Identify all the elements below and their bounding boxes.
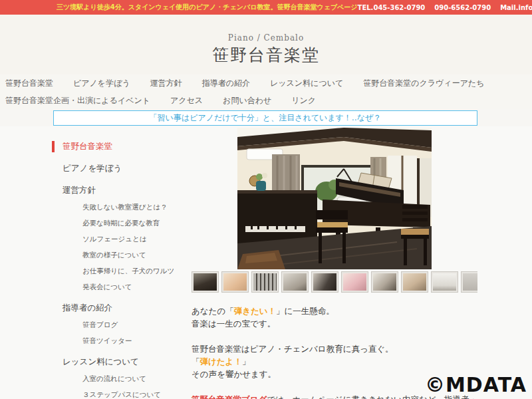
thumbnail-image <box>194 273 217 291</box>
p2-line1: 笹野台音楽堂はピアノ・チェンバロ教育に真っ直ぐ。 <box>192 344 394 354</box>
main-content: あなたの「弾きたい！」に一生懸命。 音楽は一生の宝です。 笹野台音楽堂はピアノ・… <box>192 128 477 399</box>
nav-item[interactable]: 笹野台音楽堂企画・出演によるイベント <box>5 95 150 106</box>
main-nav-row1: 笹野台音楽堂 ピアノを学ぼう 運営方針 指導者の紹介 レッスン料について 笹野台… <box>0 74 532 92</box>
sidebar-item[interactable]: ピアノを学ぼう <box>52 163 192 174</box>
thumbnail-image <box>373 273 396 291</box>
p2-line3: その声を響かせます。 <box>192 369 276 379</box>
p2-pre: 「 <box>192 356 200 366</box>
gallery-thumbnail[interactable] <box>431 271 458 293</box>
gallery-thumbnail[interactable] <box>341 271 368 293</box>
gallery-thumbnail[interactable] <box>311 271 338 293</box>
sidebar-item[interactable]: お仕事帰りに、子犬のワルツ <box>52 267 192 276</box>
nav-item[interactable]: リンク <box>291 95 316 106</box>
site-header: Piano / Cembalo 笹野台音楽堂 <box>0 15 532 74</box>
mail-address: Mail.info@sasaon.com <box>500 4 532 11</box>
sidebar-item[interactable]: 運営方針 <box>52 185 192 196</box>
thumbnail-image <box>283 273 307 291</box>
gallery-thumbnail-strip <box>192 271 477 294</box>
thumbnail-image <box>223 273 247 291</box>
sidebar-menu: 笹野台音楽堂 ピアノを学ぼう 運営方針 失敗しない教室選びとは？ 必要な時期に必… <box>52 130 192 399</box>
catchphrase-text: 「習い事はピアノだけで十分」と、注目されています！‥なぜ？ <box>150 112 382 124</box>
nav-item[interactable]: 笹野台音楽堂のクラヴィーアたち <box>363 78 484 89</box>
p1-emphasis: 弾きたい！ <box>234 306 276 316</box>
sidebar-item[interactable]: 必要な時期に必要な教育 <box>52 219 192 228</box>
gallery-thumbnail[interactable] <box>192 271 219 293</box>
thumbnail-image <box>253 273 277 291</box>
blog-link[interactable]: 笹野台音楽堂ブログ <box>192 394 267 399</box>
paragraph-1: あなたの「弾きたい！」に一生懸命。 音楽は一生の宝です。 <box>192 305 477 330</box>
sidebar-item[interactable]: 笹音ブログ <box>52 321 192 330</box>
sidebar-item[interactable]: レッスン料について <box>52 356 192 368</box>
p1-line2: 音楽は一生の宝です。 <box>192 319 275 329</box>
music-room-photo[interactable] <box>237 128 432 269</box>
thumbnail-image <box>343 273 366 291</box>
thumbnail-image <box>433 273 456 291</box>
p1-pre: あなたの「 <box>192 306 234 316</box>
nav-item[interactable]: ピアノを学ぼう <box>73 78 130 89</box>
nav-item[interactable]: お問い合わせ <box>223 95 271 106</box>
thumbnail-image <box>313 273 336 291</box>
sidebar-item[interactable]: ソルフェージュとは <box>52 235 192 244</box>
gallery-thumbnail[interactable] <box>251 271 279 293</box>
main-nav-row2: 笹野台音楽堂企画・出演によるイベント アクセス お問い合わせ リンク <box>0 92 532 109</box>
contact-info: TEL.045-362-0790 090-6562-0790 Mail.info… <box>358 4 532 11</box>
nav-item[interactable]: レッスン料について <box>270 78 343 89</box>
sidebar-item[interactable]: 笹野台音楽堂 <box>52 141 192 152</box>
sidebar-item[interactable]: 笹音ツイッター <box>52 336 192 346</box>
sidebar-item[interactable]: 教室の様子について <box>52 251 192 260</box>
nav-item[interactable]: 笹野台音楽堂 <box>5 78 53 89</box>
site-subtitle: Piano / Cembalo <box>0 33 532 43</box>
sidebar-item[interactable]: 指導者の紹介 <box>52 303 192 314</box>
p2-emphasis: 弾けたよ！ <box>200 356 242 366</box>
sidebar-item[interactable]: 入室の流れについて <box>52 374 192 384</box>
site-tagline: 三ツ境駅より徒歩4分。スタインウェイ使用のピアノ・チェンバロ教室。笹野台音楽堂ウ… <box>57 3 358 12</box>
p1-post: 」に一生懸命。 <box>276 306 334 316</box>
catchphrase-banner[interactable]: 「習い事はピアノだけで十分」と、注目されています！‥なぜ？ <box>53 110 477 126</box>
gallery-thumbnail[interactable] <box>371 271 398 293</box>
nav-item[interactable]: アクセス <box>170 95 203 106</box>
thumbnail-image <box>463 273 477 291</box>
sidebar-item[interactable]: ３ステップパスについて <box>52 390 192 399</box>
site-title[interactable]: 笹野台音楽堂 <box>0 44 532 66</box>
gallery-thumbnail[interactable] <box>221 271 249 293</box>
sidebar-item[interactable]: 失敗しない教室選びとは？ <box>52 203 192 212</box>
music-room-illustration <box>237 128 432 269</box>
gallery-thumbnail[interactable] <box>401 271 428 293</box>
nav-item[interactable]: 指導者の紹介 <box>202 78 250 89</box>
nav-item[interactable]: 運営方針 <box>150 78 182 89</box>
phone-number-2: 090-6562-0790 <box>434 4 491 11</box>
mdata-watermark: ©MDATA <box>425 373 527 396</box>
top-contact-bar: 三ツ境駅より徒歩4分。スタインウェイ使用のピアノ・チェンバロ教室。笹野台音楽堂ウ… <box>0 0 532 15</box>
page: 三ツ境駅より徒歩4分。スタインウェイ使用のピアノ・チェンバロ教室。笹野台音楽堂ウ… <box>0 0 532 399</box>
thumbnail-image <box>403 273 426 291</box>
gallery-thumbnail[interactable] <box>461 271 477 293</box>
phone-number-1: TEL.045-362-0790 <box>358 4 426 11</box>
sidebar-item[interactable]: 発表会について <box>52 283 192 292</box>
gallery-thumbnail[interactable] <box>281 271 309 293</box>
p2-post: 」 <box>242 356 251 366</box>
